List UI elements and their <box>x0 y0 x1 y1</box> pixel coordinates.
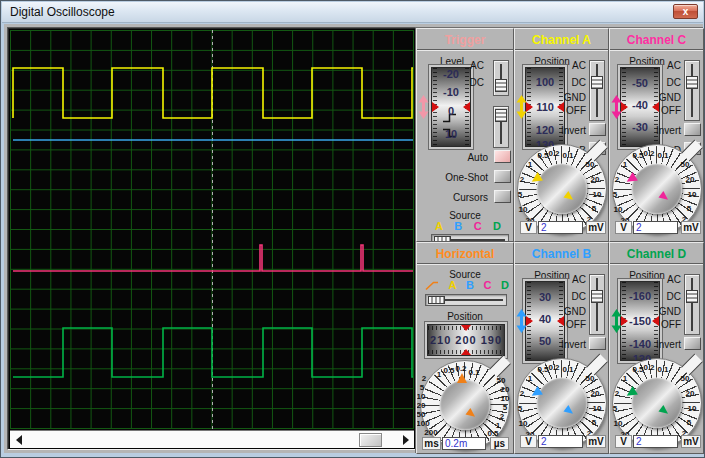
knob-scale-value: 5 <box>592 204 596 213</box>
trigger-ramp-icon <box>425 277 439 295</box>
knob-scale-value: 50 <box>417 410 426 419</box>
coupling-slider-handle[interactable] <box>591 290 603 303</box>
unit-right-label: mV <box>586 221 606 234</box>
invert-button[interactable] <box>589 337 606 350</box>
panel-horizontal: Horizontal Source A B C D Position <box>416 242 514 454</box>
auto-label: Auto <box>432 152 488 163</box>
knob-scale-value: 2 <box>520 175 524 184</box>
titlebar[interactable]: Digital Oscilloscope x <box>2 2 703 23</box>
source-options: A B C D <box>425 280 509 291</box>
position-adjust-arrow[interactable] <box>611 95 622 119</box>
knob-scale-value: 0.2 <box>455 364 466 373</box>
position-adjust-arrow[interactable] <box>516 95 527 119</box>
knob-scale-value: 5 <box>420 383 424 392</box>
coupling-option-label: GND <box>546 306 586 317</box>
knob-scale-value: 5 <box>592 418 596 427</box>
level-adjust-arrow[interactable] <box>418 95 429 119</box>
coupling-slider-handle[interactable] <box>591 76 603 89</box>
knob-grip[interactable] <box>537 164 587 214</box>
gain-value-input[interactable] <box>633 221 678 234</box>
knob-scale-value: 1 <box>623 374 627 383</box>
invert-button[interactable] <box>589 123 606 136</box>
gain-knob[interactable]: V mV 0.50.20.1125102050201052 <box>517 144 607 234</box>
timebase-knob[interactable]: ms µs 10.50.20.1251020501002005020105210… <box>420 360 510 450</box>
double-arrow-icon <box>418 95 429 119</box>
trigger-coupling-slider[interactable] <box>493 60 509 96</box>
knob-grip[interactable] <box>632 164 682 214</box>
coupling-option-label: OFF <box>546 319 586 330</box>
panel-title: Trigger <box>417 33 513 47</box>
one-shot-button[interactable] <box>494 170 511 183</box>
knob-scale-value: 10 <box>688 190 697 199</box>
source-slider-handle[interactable] <box>428 296 445 304</box>
panel-title-divider <box>417 49 513 51</box>
unit-left-label: V <box>520 435 537 448</box>
position-adjust-arrow[interactable] <box>611 309 622 333</box>
gauge-scale-value: -30 <box>632 121 648 133</box>
knob-grip[interactable] <box>537 378 587 428</box>
knob-scale-value: 0.1 <box>562 365 573 374</box>
knob-grip[interactable] <box>440 380 490 430</box>
invert-button[interactable] <box>684 123 701 136</box>
double-arrow-icon <box>516 95 527 119</box>
one-shot-label: One-Shot <box>432 172 488 183</box>
knob-scale-value: 1 <box>623 160 627 169</box>
coupling-slider-handle[interactable] <box>686 76 698 89</box>
gauge-marker-right <box>557 102 564 112</box>
oscilloscope-screen <box>10 30 414 429</box>
horizontal-source-slider[interactable] <box>425 294 507 306</box>
trigger-edge-slider[interactable] <box>493 106 509 148</box>
source-b-label: B <box>454 221 462 232</box>
gauge-scale-value: 120 <box>536 124 554 136</box>
gauge-marker-right <box>652 102 659 112</box>
panel-channel-c: Channel C Position -50-40-30 AC DC GND O… <box>609 28 704 242</box>
scroll-right-button[interactable] <box>398 432 413 447</box>
auto-button[interactable] <box>494 150 511 163</box>
scroll-left-button[interactable] <box>11 432 26 447</box>
gain-knob[interactable]: V mV 0.50.20.1125102050201052 <box>612 358 702 448</box>
gain-knob[interactable]: V mV 0.50.20.1125102050201052 <box>612 144 702 234</box>
gauge-scale-value: 110 <box>536 101 554 113</box>
panel-title: Horizontal <box>417 247 513 261</box>
panel-title-divider <box>515 263 608 265</box>
knob-scale-value: 0.2 <box>548 149 559 158</box>
knob-scale-value: 0.1 <box>657 151 668 160</box>
cursors-button[interactable] <box>494 190 511 203</box>
coupling-slider[interactable] <box>684 60 700 121</box>
knob-scale-value: 10 <box>593 190 602 199</box>
gauge-scale-value: -160 <box>629 290 651 302</box>
gain-value-input[interactable] <box>633 435 678 448</box>
knob-grip[interactable] <box>632 378 682 428</box>
position-adjust-arrow[interactable] <box>516 309 527 333</box>
scroll-thumb[interactable] <box>359 433 382 447</box>
gauge-scale-value: -130 <box>629 353 651 361</box>
unit-right-label: µs <box>490 437 509 450</box>
coupling-slider-handle[interactable] <box>686 290 698 303</box>
gauge-marker-top <box>461 325 471 331</box>
coupling-slider[interactable] <box>684 274 700 335</box>
horizontal-position-dial[interactable]: 210 200 190 <box>427 324 505 356</box>
knob-scale-value: 0.5 <box>632 151 643 160</box>
trigger-source-slider[interactable] <box>431 234 509 242</box>
close-button[interactable]: x <box>673 4 698 19</box>
knob-scale-value: 0.5 <box>443 366 454 375</box>
timebase-value-input[interactable] <box>442 437 486 450</box>
panel-title: Channel D <box>610 247 703 261</box>
control-panels: Trigger Level -20-10010 AC DC <box>415 27 703 453</box>
double-arrow-icon <box>611 309 622 333</box>
gain-value-input[interactable] <box>538 221 583 234</box>
scope-hscrollbar[interactable] <box>10 430 414 448</box>
coupling-option-label: AC <box>546 274 586 285</box>
knob-scale-value: 10 <box>417 392 426 401</box>
coupling-option-label: AC <box>641 60 681 71</box>
unit-left-label: ms <box>422 437 441 450</box>
coupling-slider[interactable] <box>589 274 605 335</box>
position-dial-value: 210 200 190 <box>428 334 504 346</box>
coupling-slider-handle[interactable] <box>495 79 507 92</box>
gain-knob[interactable]: V mV 0.50.20.1125102050201052 <box>517 358 607 448</box>
edge-slider-handle[interactable] <box>495 109 507 122</box>
invert-button[interactable] <box>684 337 701 350</box>
coupling-slider[interactable] <box>589 60 605 121</box>
gain-value-input[interactable] <box>538 435 583 448</box>
knob-scale-value: 20 <box>686 389 695 398</box>
